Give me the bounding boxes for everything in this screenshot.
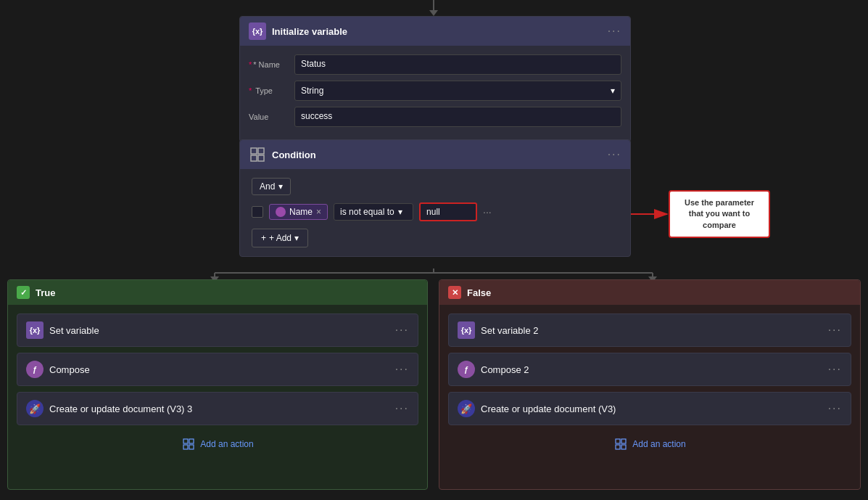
set-variable-card: {x} Set variable ··· — [17, 313, 418, 347]
svg-rect-25 — [183, 439, 188, 443]
set-variable-title: Set variable — [49, 325, 99, 336]
svg-rect-24 — [258, 155, 264, 161]
param-chip[interactable]: Name × — [269, 204, 328, 220]
svg-rect-23 — [251, 155, 257, 161]
svg-rect-27 — [183, 445, 188, 449]
condition-title: Condition — [272, 149, 316, 160]
condition-header: Condition ··· — [240, 140, 630, 169]
type-label: * Type — [249, 86, 289, 95]
svg-rect-21 — [251, 148, 257, 154]
branch-true-title: True — [36, 287, 55, 298]
initialize-variable-icon: {x} — [249, 22, 266, 40]
svg-rect-29 — [616, 439, 620, 443]
add-action-true[interactable]: Add an action — [17, 431, 418, 457]
initialize-variable-title: Initialize variable — [272, 26, 347, 37]
condition-card: Condition ··· And ▾ Name × is not equal … — [239, 139, 631, 257]
initialize-variable-card: {x} Initialize variable ··· ** Name Stat… — [239, 16, 631, 142]
condition-row: Name × is not equal to ▾ null ··· — [252, 202, 619, 221]
branch-true: ✓ True {x} Set variable ··· ƒ Compose ··… — [7, 279, 428, 490]
add-chevron-icon: ▾ — [294, 233, 299, 243]
plus-icon: + — [261, 233, 266, 243]
add-action-icon-false — [613, 437, 628, 451]
param-chip-icon — [276, 207, 286, 217]
branch-false-header: ✕ False — [439, 280, 860, 305]
type-select[interactable]: String ▾ — [294, 81, 621, 101]
set-variable-2-menu[interactable]: ··· — [828, 324, 842, 337]
branch-false-content: {x} Set variable 2 ··· ƒ Compose 2 ··· 🚀… — [439, 305, 860, 466]
condition-menu[interactable]: ··· — [608, 148, 621, 161]
and-dropdown[interactable]: And ▾ — [252, 178, 291, 195]
branch-false: ✕ False {x} Set variable 2 ··· ƒ Compose… — [439, 279, 861, 490]
svg-rect-22 — [258, 148, 264, 154]
branch-true-content: {x} Set variable ··· ƒ Compose ··· 🚀 Cre… — [8, 305, 427, 466]
compose-2-icon: ƒ — [458, 361, 475, 378]
branch-true-header: ✓ True — [8, 280, 427, 305]
compose-card: ƒ Compose ··· — [17, 353, 418, 386]
true-badge: ✓ — [17, 286, 30, 299]
false-badge: ✕ — [448, 286, 461, 299]
create-doc-icon: 🚀 — [26, 400, 44, 417]
svg-rect-31 — [616, 445, 620, 449]
condition-body: And ▾ Name × is not equal to ▾ null ··· — [240, 169, 630, 256]
svg-rect-28 — [189, 445, 194, 449]
create-doc-title: Create or update document (V3) 3 — [49, 403, 192, 414]
set-variable-2-card: {x} Set variable 2 ··· — [448, 313, 851, 347]
condition-checkbox[interactable] — [252, 206, 263, 218]
initialize-variable-header: {x} Initialize variable ··· — [240, 17, 630, 46]
condition-icon — [249, 146, 266, 163]
svg-rect-26 — [189, 439, 194, 443]
condition-operator[interactable]: is not equal to ▾ — [334, 203, 413, 221]
add-action-false[interactable]: Add an action — [448, 431, 851, 457]
add-condition-button[interactable]: + + Add ▾ — [252, 229, 308, 247]
create-doc-v3-card: 🚀 Create or update document (V3) ··· — [448, 392, 851, 425]
name-label: ** Name — [249, 60, 289, 69]
condition-value[interactable]: null — [419, 202, 477, 221]
compose-icon: ƒ — [26, 361, 44, 378]
param-close-icon[interactable]: × — [316, 207, 321, 217]
condition-more-menu[interactable]: ··· — [483, 206, 492, 218]
set-variable-icon: {x} — [26, 321, 44, 339]
create-doc-v3-icon: 🚀 — [458, 400, 475, 417]
compose-2-menu[interactable]: ··· — [828, 363, 842, 376]
svg-rect-30 — [621, 439, 626, 443]
svg-marker-1 — [429, 10, 438, 16]
set-variable-menu[interactable]: ··· — [395, 324, 409, 337]
create-doc-v3-title: Create or update document (V3) — [481, 403, 616, 414]
value-input[interactable]: success — [294, 107, 621, 127]
compose-menu[interactable]: ··· — [395, 363, 409, 376]
svg-rect-32 — [621, 445, 626, 449]
chevron-down-icon: ▾ — [611, 86, 615, 96]
operator-chevron-icon: ▾ — [398, 207, 402, 217]
annotation-box: Use the parameter that you want to compa… — [669, 190, 770, 238]
create-doc-card: 🚀 Create or update document (V3) 3 ··· — [17, 392, 418, 425]
create-doc-menu[interactable]: ··· — [395, 402, 409, 415]
initialize-variable-body: ** Name Status * Type String ▾ Value suc… — [240, 46, 630, 142]
add-action-icon-true — [181, 437, 196, 451]
create-doc-v3-menu[interactable]: ··· — [828, 402, 842, 415]
value-label: Value — [249, 112, 289, 121]
branch-false-title: False — [467, 287, 491, 298]
compose-2-title: Compose 2 — [481, 364, 529, 375]
set-variable-2-icon: {x} — [458, 321, 475, 339]
name-input[interactable]: Status — [294, 54, 621, 75]
set-variable-2-title: Set variable 2 — [481, 325, 539, 336]
initialize-variable-menu[interactable]: ··· — [608, 25, 621, 38]
chevron-icon: ▾ — [278, 181, 283, 192]
compose-2-card: ƒ Compose 2 ··· — [448, 353, 851, 386]
compose-title: Compose — [49, 364, 90, 375]
